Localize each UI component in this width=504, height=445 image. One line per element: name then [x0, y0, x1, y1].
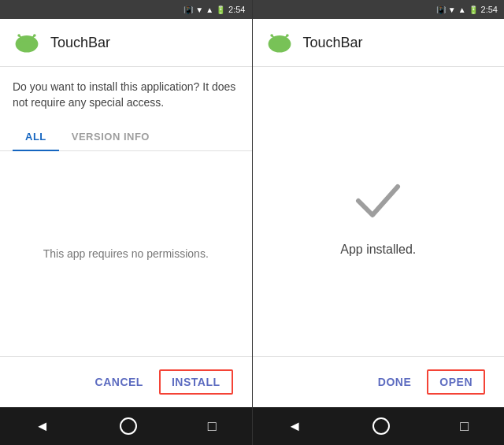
installed-text: App installed.: [340, 243, 416, 257]
tab-version-info[interactable]: VERSION INFO: [59, 123, 162, 150]
permission-tabs: ALL VERSION INFO: [0, 123, 252, 151]
left-action-bar: CANCEL INSTALL: [0, 356, 252, 407]
svg-rect-12: [272, 41, 287, 48]
svg-point-17: [373, 418, 389, 434]
left-status-bar: 📳 ▼ ▲ 🔋 2:54: [0, 0, 252, 19]
open-button[interactable]: OPEN: [427, 369, 485, 395]
right-recent-button[interactable]: □: [460, 418, 469, 435]
installed-content: App installed.: [253, 67, 505, 356]
left-back-button[interactable]: ◄: [35, 418, 50, 435]
right-action-bar: DONE OPEN: [253, 356, 505, 407]
battery-icon: 🔋: [216, 6, 225, 14]
left-app-icon: [13, 28, 41, 57]
left-time: 2:54: [228, 5, 245, 14]
right-vibrate-icon: 📳: [436, 6, 446, 14]
right-signal-icon: ▲: [458, 6, 466, 14]
right-screen: 📳 ▼ ▲ 🔋 2:54 TouchBar App installed.: [253, 0, 505, 445]
svg-point-15: [270, 34, 273, 37]
checkmark-icon: [346, 167, 410, 230]
done-button[interactable]: DONE: [375, 373, 414, 391]
wifi-icon: ▼: [195, 6, 203, 14]
svg-point-16: [286, 34, 289, 37]
install-description: Do you want to install this application?…: [0, 67, 252, 123]
left-status-icons: 📳 ▼ ▲ 🔋: [183, 6, 225, 14]
left-nav-bar: ◄ □: [0, 407, 252, 445]
right-app-title: TouchBar: [303, 35, 363, 51]
right-home-circle-icon: [372, 417, 390, 435]
install-button[interactable]: INSTALL: [159, 369, 233, 395]
right-status-icons: 📳 ▼ ▲ 🔋: [436, 6, 478, 14]
svg-point-8: [120, 418, 136, 434]
right-nav-bar: ◄ □: [253, 407, 505, 445]
home-circle-icon: [120, 417, 137, 435]
svg-point-7: [33, 34, 36, 37]
right-home-button[interactable]: [372, 417, 390, 435]
left-recent-button[interactable]: □: [208, 418, 217, 435]
vibrate-icon: 📳: [183, 6, 193, 14]
right-time: 2:54: [481, 5, 498, 14]
signal-icon: ▲: [206, 6, 213, 14]
svg-rect-3: [19, 41, 35, 48]
left-app-header: TouchBar: [0, 19, 252, 67]
right-battery-icon: 🔋: [469, 6, 478, 14]
svg-point-6: [17, 34, 20, 37]
left-home-button[interactable]: [120, 417, 137, 435]
right-status-bar: 📳 ▼ ▲ 🔋 2:54: [253, 0, 505, 19]
right-app-header: TouchBar: [253, 19, 505, 67]
left-screen: 📳 ▼ ▲ 🔋 2:54 TouchBar Do you want to ins…: [0, 0, 252, 445]
right-wifi-icon: ▼: [448, 6, 456, 14]
left-app-title: TouchBar: [50, 35, 110, 51]
right-back-button[interactable]: ◄: [287, 418, 302, 435]
tab-all[interactable]: ALL: [13, 123, 59, 150]
right-app-icon: [265, 28, 294, 57]
no-permissions-text: This app requires no permissions.: [43, 247, 209, 260]
left-content-area: This app requires no permissions.: [0, 151, 252, 356]
cancel-button[interactable]: CANCEL: [92, 373, 146, 391]
